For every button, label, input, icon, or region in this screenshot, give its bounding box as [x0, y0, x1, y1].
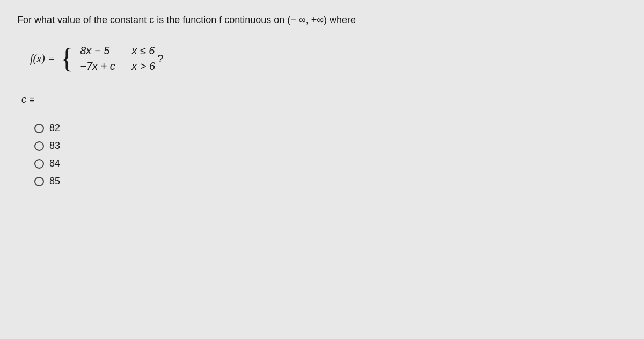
piece2-formula: −7x + c	[80, 60, 123, 73]
choice-item-85[interactable]: 85	[34, 176, 627, 187]
brace-symbol: {	[60, 45, 74, 73]
c-equals-text: c =	[21, 94, 35, 105]
choice-label-83: 83	[49, 140, 60, 152]
c-equals-label: c =	[21, 94, 627, 105]
statement-text: For what value of the constant c is the …	[17, 15, 356, 25]
problem-statement: For what value of the constant c is the …	[17, 13, 627, 27]
choice-label-85: 85	[49, 176, 60, 187]
choices-container: 82 83 84 85	[34, 122, 627, 187]
choice-label-84: 84	[49, 158, 60, 169]
piece1-condition: x ≤ 6	[131, 45, 155, 57]
function-definition: f(x) = { 8x − 5 x ≤ 6 −7x + c x > 6 ?	[30, 45, 627, 73]
page: For what value of the constant c is the …	[0, 0, 644, 339]
piece1-formula: 8x − 5	[80, 45, 123, 57]
piece-1: 8x − 5 x ≤ 6	[80, 45, 155, 57]
choice-item-84[interactable]: 84	[34, 158, 627, 169]
choice-item-82[interactable]: 82	[34, 122, 627, 134]
function-label: f(x) =	[30, 53, 55, 65]
radio-85[interactable]	[34, 177, 44, 186]
choice-item-83[interactable]: 83	[34, 140, 627, 152]
radio-82[interactable]	[34, 124, 44, 133]
choice-label-82: 82	[49, 122, 60, 134]
radio-84[interactable]	[34, 159, 44, 169]
piece-2: −7x + c x > 6	[80, 60, 155, 73]
piece2-condition: x > 6	[131, 60, 155, 73]
piecewise-container: 8x − 5 x ≤ 6 −7x + c x > 6	[80, 45, 155, 73]
question-mark: ?	[157, 53, 163, 65]
radio-83[interactable]	[34, 141, 44, 151]
